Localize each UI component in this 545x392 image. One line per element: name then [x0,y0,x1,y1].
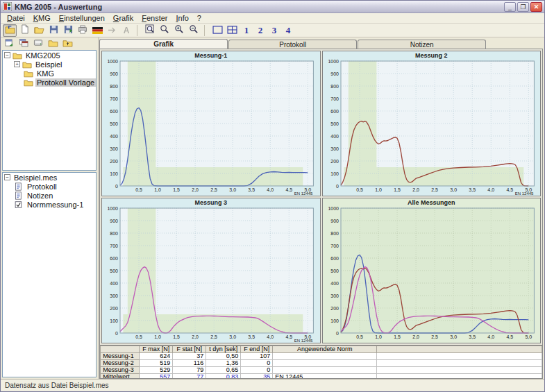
table-row[interactable]: Mittelwert557770,8335EN 12445 [101,374,542,379]
cell [377,360,542,367]
tree-item-label: Protokoll [26,182,58,191]
print-button[interactable] [76,24,90,37]
tree-item[interactable]: Notizen [3,191,96,200]
svg-text:400: 400 [330,281,339,286]
chart-title: Messung 3 [102,198,319,206]
cell: 0 [241,367,273,374]
close-button[interactable]: ✕ [530,2,542,12]
svg-text:EN 12445: EN 12445 [294,191,313,196]
menu-einstellungen[interactable]: Einstellungen [56,14,108,22]
view-1-button[interactable]: 1 [240,24,253,37]
chart-messung-2[interactable]: Messung 2 010020030040050060070080090010… [322,51,541,196]
svg-text:800: 800 [330,84,339,89]
collapse-icon[interactable]: − [4,52,10,58]
new-folder-button[interactable] [47,38,59,49]
folder-up-button[interactable] [61,38,74,49]
tab-notizen[interactable]: Notizen [358,40,486,49]
arrow-right-icon [108,24,117,37]
svg-text:2,0: 2,0 [192,334,199,339]
tree-item-root[interactable]: − Beispiel.mes [3,173,96,182]
zoom-out-button[interactable] [187,24,201,37]
cell [273,353,377,360]
svg-text:1,0: 1,0 [154,334,161,339]
zoom-button[interactable] [158,24,171,37]
save-file-button[interactable] [47,24,60,37]
chart-title: Messung 2 [323,51,540,59]
single-view-button[interactable] [210,24,224,37]
save-all-button[interactable] [61,24,75,37]
chart-title: Messung-1 [102,51,319,59]
menu-fenster[interactable]: Fenster [138,14,171,22]
collapse-icon[interactable]: − [4,174,10,180]
new-entry-button[interactable] [3,38,15,49]
menu-datei[interactable]: Datei [3,14,28,22]
svg-text:0,5: 0,5 [356,334,363,339]
svg-text:500: 500 [110,269,118,273]
single-pane-icon [212,24,223,37]
tree-item[interactable]: Protokoll Vorlage [3,78,96,87]
new-window-icon [4,37,14,50]
svg-text:700: 700 [110,244,118,248]
chart-messung-3[interactable]: Messung 3 010020030040050060070080090010… [101,198,320,343]
chart-messung-1[interactable]: Messung-1 010020030040050060070080090010… [101,51,320,196]
folder-icon [12,51,22,60]
column-header [377,346,542,353]
menu-[interactable]: ? [194,14,205,22]
open-file-button[interactable] [32,24,46,37]
font-button[interactable]: A [119,24,133,37]
menu-info[interactable]: Info [173,14,192,22]
tree-item[interactable]: + Beispiel [3,60,96,69]
view-4-button[interactable]: 4 [281,24,295,37]
forward-button[interactable] [105,24,119,37]
svg-text:1,0: 1,0 [375,334,382,339]
tabbar: Grafik Protokoll Notizen [99,39,543,49]
file-tree: − Beispiel.mes Protokoll Notizen Normmes… [2,172,97,377]
open-folder-icon [34,24,44,37]
table-row[interactable]: Messung-25191161,360 [101,360,542,367]
table-row[interactable]: Messung-3529790,650 [101,367,542,374]
column-header: F stat [N] [173,346,206,353]
svg-text:900: 900 [330,71,339,76]
language-button[interactable] [90,24,104,37]
results-table: F max [N]F stat [N]t dyn [sek]F end [N]A… [100,346,542,378]
column-header [101,346,140,353]
menu-grafik[interactable]: Grafik [110,14,137,22]
restore-button[interactable]: ❐ [517,2,529,12]
svg-text:600: 600 [110,256,118,261]
view-2-button[interactable]: 2 [253,24,267,37]
tree-item[interactable]: Protokoll [3,182,96,191]
new-file-button[interactable] [17,24,31,37]
toggle-tree-button[interactable] [3,24,17,37]
view-3-button[interactable]: 3 [267,24,281,37]
main-toolbar: A 1234 [1,24,544,37]
tree-item-root[interactable]: − KMG2005 [3,51,96,60]
svg-text:EN 12445: EN 12445 [294,339,313,343]
zoom-in-icon [174,24,184,37]
svg-text:3,5: 3,5 [469,334,476,339]
svg-text:300: 300 [330,293,339,298]
zoom-region-button[interactable] [143,24,157,37]
chart-alle-messungen[interactable]: Alle Messungen 0100200300400500600700800… [322,198,541,343]
expand-icon[interactable]: + [14,61,20,67]
tree-item[interactable]: KMG [3,69,96,78]
tab-protokoll[interactable]: Protokoll [228,40,357,49]
table-row[interactable]: Messung-1624370,50107 [101,353,542,360]
cell: 519 [140,360,173,367]
svg-text:5,0: 5,0 [525,334,532,339]
minimize-button[interactable]: _ [504,2,516,12]
save-entry-button[interactable] [32,38,44,49]
svg-text:200: 200 [110,306,118,311]
svg-text:800: 800 [110,231,118,236]
checkbox-checked-icon[interactable] [14,201,24,209]
zoom-in-button[interactable] [172,24,186,37]
titlebar: KMG 2005 - Auswertung _ ❐ ✕ [1,1,544,13]
results-table-container: F max [N]F stat [N]t dyn [sek]F end [N]A… [100,345,542,378]
svg-text:1000: 1000 [328,59,339,64]
column-header: t dyn [sek] [206,346,241,353]
menu-kmg[interactable]: KMG [30,14,54,22]
edit-entry-button[interactable] [17,38,30,49]
tab-grafik[interactable]: Grafik [99,39,228,49]
quad-view-button[interactable] [225,24,239,37]
tree-item[interactable]: Normmessung-1 [3,200,96,209]
chart-title: Alle Messungen [323,198,540,206]
